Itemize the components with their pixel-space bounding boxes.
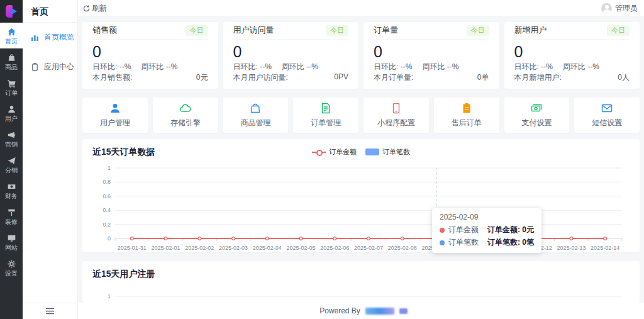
rail-item-label: 首页 [5,38,18,45]
app-logo[interactable] [0,0,23,23]
blue-dot-icon [440,240,445,245]
day-ratio: 日环比: --% [233,62,272,72]
month-value: 0PV [334,72,348,83]
subnav-item-overview[interactable]: 首页概览 [23,23,77,52]
chart-tooltip: 2025-02-09 订单金额订单金额: 0元 订单笔数订单笔数: 0笔 [432,208,541,253]
svg-text:0.4: 0.4 [103,207,111,213]
goods-icon [7,53,16,62]
subnav-item-label: 应用中心 [44,62,74,72]
bar-marker-icon [365,148,379,155]
order-chart-card: 近15天订单数据 订单金额 订单笔数 00.20.40.60.812025-01… [82,139,640,252]
rail-item-marketing[interactable]: 营销 [0,126,23,152]
user-icon [109,102,121,115]
month-label: 本月用户访问量: [233,72,288,83]
rail-item-finance[interactable]: 财务 [0,177,23,203]
sidebar-section-title: 首页 [23,0,77,23]
today-badge: 今日 [607,25,630,36]
shortcut-goods-management[interactable]: 商品管理 [223,98,289,133]
shortcut-storage-engine[interactable]: 存储引擎 [153,98,218,133]
svg-text:0.2: 0.2 [103,221,111,228]
shortcut-payment-settings[interactable]: 支付设置 [504,98,570,133]
footer: Powered By [78,303,644,319]
users-icon [7,104,16,114]
rail-item-decorate[interactable]: 装修 [0,203,23,229]
refresh-button[interactable]: 刷新 [83,3,107,14]
admin-name: 管理员 [615,3,638,14]
svg-text:2025-02-05: 2025-02-05 [287,245,316,251]
shortcut-label: 订单管理 [311,118,341,128]
svg-text:2025-02-01: 2025-02-01 [152,245,180,251]
rail-item-settings[interactable]: 设置 [0,255,23,281]
svg-text:0.8: 0.8 [103,179,111,185]
rail-item-distribution[interactable]: 分销 [0,152,23,177]
rail-item-label: 设置 [5,271,18,277]
rail-item-label: 分销 [5,167,18,174]
marketing-icon [7,130,16,140]
month-label: 本月销售额: [92,72,132,83]
shortcut-label: 支付设置 [521,118,552,128]
svg-text:0: 0 [108,235,111,242]
shortcut-user-management[interactable]: 用户管理 [82,98,148,133]
stat-value: 0 [233,43,349,61]
icon-rail: 首页 商品 订单 用户 营销 分销 财务 装修 [0,0,23,319]
refresh-icon [83,5,90,12]
tooltip-series-name: 订单笔数 [448,237,479,248]
svg-text:2025-02-13: 2025-02-13 [557,245,586,251]
rail-item-label: 订单 [5,90,18,96]
shortcut-label: 短信设置 [592,118,622,128]
tooltip-date: 2025-02-09 [440,213,534,221]
svg-text:2025-02-04: 2025-02-04 [253,245,282,251]
svg-text:2025-02-03: 2025-02-03 [219,245,248,251]
stat-card-sales: 销售额今日 0 日环比: --%周环比 --% 本月销售额:0元 [82,22,218,89]
rail-item-users[interactable]: 用户 [0,100,23,126]
dashboard-content: 销售额今日 0 日环比: --%周环比 --% 本月销售额:0元 用户访问量今日… [78,17,644,303]
rail-item-goods[interactable]: 商品 [0,48,23,74]
stat-card-orders: 订单量今日 0 日环比: --%周环比 --% 本月订单量:0单 [364,22,499,89]
stat-card-row: 销售额今日 0 日环比: --%周环比 --% 本月销售额:0元 用户访问量今日… [82,22,640,89]
powered-by-text: Powered By [319,306,360,315]
day-ratio: 日环比: --% [374,62,412,72]
order-chart-canvas[interactable]: 00.20.40.60.812025-01-312025-02-012025-0… [92,163,630,255]
clipboard-icon [460,102,473,115]
legend-item-count[interactable]: 订单笔数 [365,147,410,157]
shortcut-aftersale-orders[interactable]: 售后订单 [434,98,499,133]
legend-item-amount[interactable]: 订单金额 [312,147,357,157]
subnav-item-appcenter[interactable]: 应用中心 [23,52,77,82]
register-chart-canvas[interactable]: 1 [92,285,630,303]
shortcut-miniprogram-config[interactable]: 小程序配置 [364,98,429,133]
rail-item-website[interactable]: 网站 [0,229,23,255]
svg-text:2025-02-06: 2025-02-06 [320,245,349,251]
footer-logo-blurred [365,308,408,315]
svg-text:0.6: 0.6 [103,193,111,199]
sidebar-spacer [23,82,77,303]
tooltip-series-value: 订单金额: 0元 [487,225,534,235]
refresh-label: 刷新 [92,3,107,14]
avatar [601,3,612,14]
sidebar-collapse-button[interactable] [23,303,77,319]
tooltip-series-value: 订单笔数: 0笔 [487,237,534,248]
shortcut-sms-settings[interactable]: 短信设置 [574,98,640,133]
week-ratio: 周环比 --% [563,62,599,72]
legend-label: 订单笔数 [382,147,410,157]
document-icon [319,102,332,115]
admin-menu[interactable]: 管理员 [601,3,638,14]
rail-item-label: 商品 [5,64,18,70]
bag-icon [249,102,262,115]
week-ratio: 周环比 --% [422,62,458,72]
stat-value: 0 [92,43,208,61]
shortcut-label: 存储引擎 [170,118,201,128]
hamburger-icon [46,308,54,315]
mail-icon [601,102,613,115]
stat-value: 0 [374,43,489,61]
decorate-icon [7,208,16,217]
svg-text:2025-02-02: 2025-02-02 [185,245,214,251]
rail-item-home[interactable]: 首页 [0,23,23,48]
chart-legend[interactable]: 订单金额 订单笔数 [312,147,410,157]
chart-bar-icon [31,33,39,42]
distribution-icon [7,156,16,165]
week-ratio: 周环比 --% [282,62,318,72]
rail-item-orders[interactable]: 订单 [0,74,23,100]
shortcut-order-management[interactable]: 订单管理 [293,98,358,133]
svg-text:1: 1 [108,293,111,299]
subnav-item-label: 首页概览 [44,32,74,43]
